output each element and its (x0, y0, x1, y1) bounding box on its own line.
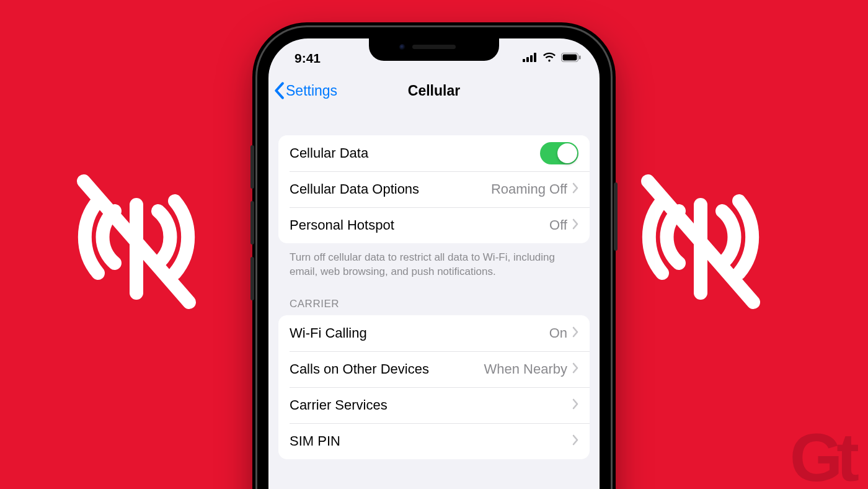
nav-bar: Settings Cellular (268, 73, 600, 108)
svg-rect-5 (526, 57, 529, 62)
carrier-group: Wi-Fi Calling On Calls on Other Devices … (278, 315, 590, 459)
wifi-calling-value: On (549, 325, 567, 341)
carrier-services-label: Carrier Services (290, 397, 572, 413)
svg-rect-10 (579, 56, 581, 60)
carrier-header: CARRIER (278, 279, 590, 315)
cellular-data-row[interactable]: Cellular Data (278, 135, 590, 171)
chevron-right-icon (572, 433, 578, 449)
chevron-right-icon (572, 217, 578, 233)
calls-other-devices-row[interactable]: Calls on Other Devices When Nearby (278, 351, 590, 387)
cellular-data-options-row[interactable]: Cellular Data Options Roaming Off (278, 171, 590, 207)
screen: 9:41 (268, 38, 600, 489)
cellular-data-label: Cellular Data (290, 145, 540, 161)
cellular-signal-icon (523, 51, 538, 65)
cellular-footer-note: Turn off cellular data to restrict all d… (278, 243, 590, 279)
back-button[interactable]: Settings (273, 82, 337, 99)
svg-rect-7 (534, 53, 536, 62)
back-label: Settings (286, 83, 337, 99)
personal-hotspot-label: Personal Hotspot (290, 217, 549, 233)
cellular-data-toggle[interactable] (540, 142, 578, 164)
calls-other-devices-label: Calls on Other Devices (290, 361, 484, 377)
svg-rect-9 (563, 55, 577, 61)
chevron-right-icon (572, 181, 578, 197)
gt-logo: Gt (790, 423, 853, 489)
wifi-icon (542, 51, 556, 65)
notch (369, 38, 499, 61)
wifi-calling-label: Wi-Fi Calling (290, 325, 549, 341)
calls-other-devices-value: When Nearby (484, 361, 567, 377)
cellular-group: Cellular Data Cellular Data Options Roam… (278, 135, 590, 243)
cellular-data-options-label: Cellular Data Options (290, 181, 491, 197)
chevron-right-icon (572, 361, 578, 377)
svg-rect-6 (530, 55, 533, 62)
sim-pin-row[interactable]: SIM PIN (278, 423, 590, 459)
no-signal-icon (56, 163, 217, 326)
battery-icon (561, 51, 581, 65)
chevron-right-icon (572, 325, 578, 341)
personal-hotspot-value: Off (549, 217, 567, 233)
svg-rect-4 (523, 59, 525, 62)
cellular-data-options-value: Roaming Off (491, 181, 567, 197)
carrier-services-row[interactable]: Carrier Services (278, 387, 590, 423)
status-time: 9:41 (294, 51, 321, 66)
page-title: Cellular (408, 83, 460, 99)
no-signal-icon (620, 163, 781, 326)
sim-pin-label: SIM PIN (290, 433, 572, 449)
chevron-right-icon (572, 397, 578, 413)
personal-hotspot-row[interactable]: Personal Hotspot Off (278, 207, 590, 243)
wifi-calling-row[interactable]: Wi-Fi Calling On (278, 315, 590, 351)
chevron-left-icon (273, 82, 285, 99)
phone-mockup: 9:41 (257, 27, 611, 489)
